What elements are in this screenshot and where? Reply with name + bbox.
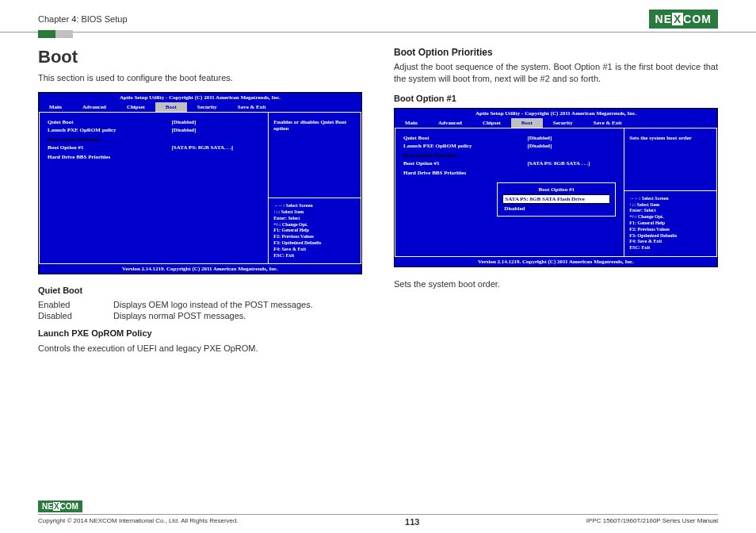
bios-tab: Boot [155,102,187,112]
def-label: Disabled [38,311,113,320]
bios-title: Aptio Setup Utility - Copyright (C) 2011… [39,93,361,102]
section-intro: This section is used to configure the bo… [38,72,362,84]
popup-title: Boot Option #1 [502,186,610,193]
bios-setting-value [172,136,261,143]
bios-setting-value [528,170,617,176]
bios-tab: Chipset [116,102,155,112]
key-hint: +/-: Change Opt. [273,222,356,228]
left-column: Boot This section is used to configure t… [38,47,362,363]
key-hint: F2: Previous Values [629,227,712,233]
key-hint: ESC: Exit [629,245,712,251]
bios-setting-value: [Disabled] [172,127,261,133]
key-hint: F1: General Help [629,220,712,227]
bios-tab: Boot [511,118,543,128]
bios-screenshot-right: Aptio Setup Utility - Copyright (C) 2011… [394,108,718,267]
bios-setting-label: Quiet Boot [48,119,172,125]
bios-tab: Main [395,118,428,128]
key-hint: F2: Previous Values [273,234,356,240]
bios-setting-label: Launch PXE OpROM policy [403,143,528,149]
bios-setting-label: Launch PXE OpROM policy [48,127,172,133]
key-hint: →←: Select Screen [273,203,356,209]
key-hint: F4: Save & Exit [629,239,712,245]
bios-tabs: MainAdvancedChipsetBootSecuritySave & Ex… [395,118,717,128]
bios-setting-value [172,154,261,160]
def-value: Displays OEM logo instead of the POST me… [113,300,362,309]
bios-setting-label: Hard Drive BBS Priorities [48,154,172,160]
key-hint: F1: General Help [273,228,356,234]
bios-setting-label: Boot Option #1 [403,160,528,167]
bios-setting-value: [SATA PS: 8GB SATA. . .] [172,144,261,151]
definition-row: Enabled Displays OEM logo instead of the… [38,300,362,309]
bios-version: Version 2.14.1219. Copyright (C) 2011 Am… [395,257,717,266]
bios-setting-label: Quiet Boot [403,135,528,141]
bios-tab: Advanced [428,118,472,128]
right-column: Boot Option Priorities Adjust the boot s… [394,47,718,363]
bios-setting-row: Quiet Boot[Disabled] [403,135,616,141]
manual-name: IPPC 1560T/1960T/2160P Series User Manua… [586,517,718,527]
chapter-label: Chapter 4: BIOS Setup [38,14,128,24]
def-value: Displays normal POST messages. [113,311,362,320]
copyright-text: Copyright © 2014 NEXCOM International Co… [38,517,239,527]
popup-selected-option: SATA PS: 8GB SATA Flash Drive [502,194,610,204]
bios-title: Aptio Setup Utility - Copyright (C) 2011… [395,109,717,118]
bios-setting-value [528,152,617,159]
bios-setting-label: Hard Drive BBS Priorities [403,170,528,176]
footer-logo: NEXCOM [38,500,82,512]
bios-setting-row: Quiet Boot[Disabled] [48,119,260,125]
key-hint: ESC: Exit [273,253,356,259]
bios-tab: Advanced [72,102,116,112]
bios-help-text: Enables or disables Quiet Boot option [269,112,361,198]
bios-tab: Security [187,102,227,112]
bios-tabs: MainAdvancedChipsetBootSecuritySave & Ex… [39,102,361,112]
key-hint: F3: Optimized Defaults [273,240,356,247]
key-hint: Enter: Select [273,216,356,222]
bios-setting-row: Boot Option #1[SATA PS: 8GB SATA . . .] [403,160,616,167]
priorities-title: Boot Option Priorities [394,47,718,58]
boot-option-1-heading: Boot Option #1 [394,94,718,103]
priorities-intro: Adjust the boot sequence of the system. … [394,61,718,86]
bios-tab: Main [39,102,72,112]
key-hint: ↑↓: Select Item [273,209,356,216]
bios-setting-row: Hard Drive BBS Priorities [403,170,616,176]
bios-setting-label: Boot Option Priorities [403,152,528,159]
quiet-boot-heading: Quiet Boot [38,286,362,295]
definition-row: Disabled Displays normal POST messages. [38,311,362,320]
bios-setting-value: [Disabled] [528,143,617,149]
tab-marks [38,30,73,38]
bios-setting-value: [Disabled] [172,119,261,125]
pxe-description: Controls the execution of UEFI and legac… [38,343,362,355]
key-hint: Enter: Select [629,208,712,214]
key-hint: +/-: Change Opt. [629,214,712,220]
bios-main-panel: Quiet Boot[Disabled]Launch PXE OpROM pol… [395,128,624,257]
bios-main-panel: Quiet Boot[Disabled]Launch PXE OpROM pol… [39,112,269,264]
pxe-heading: Launch PXE OpROM Policy [38,328,362,338]
key-hint: ↑↓: Select Item [629,202,712,209]
bios-setting-row: Launch PXE OpROM policy[Disabled] [403,143,616,149]
popup-option: Disabled [502,205,610,213]
key-hint: →←: Select Screen [629,196,712,202]
bios-setting-row: Hard Drive BBS Priorities [48,154,260,160]
page-number: 113 [405,517,419,527]
bios-tab: Save & Exit [227,102,277,112]
bios-key-hints: →←: Select Screen↑↓: Select ItemEnter: S… [269,198,361,264]
bios-setting-row: Launch PXE OpROM policy[Disabled] [48,127,260,133]
brand-logo: NEXCOM [649,10,718,29]
bios-tab: Security [543,118,583,128]
bios-tab: Chipset [472,118,511,128]
bios-setting-label: Boot Option Priorities [48,136,172,143]
bios-version: Version 2.14.1219. Copyright (C) 2011 Am… [39,264,361,274]
bios-setting-row: Boot Option #1[SATA PS: 8GB SATA. . .] [48,144,260,151]
def-label: Enabled [38,300,113,309]
boot-order-desc: Sets the system boot order. [394,278,718,290]
bios-key-hints: →←: Select Screen↑↓: Select ItemEnter: S… [624,191,717,257]
bios-setting-value: [SATA PS: 8GB SATA . . .] [528,160,617,167]
key-hint: F4: Save & Exit [273,247,356,253]
bios-setting-row: Boot Option Priorities [403,152,616,159]
bios-screenshot-left: Aptio Setup Utility - Copyright (C) 2011… [38,92,362,274]
bios-setting-row: Boot Option Priorities [48,136,260,143]
key-hint: F3: Optimized Defaults [629,233,712,240]
bios-help-text: Sets the system boot order [624,128,717,191]
bios-tab: Save & Exit [583,118,632,128]
bios-setting-value: [Disabled] [528,135,617,141]
section-title: Boot [38,47,362,67]
